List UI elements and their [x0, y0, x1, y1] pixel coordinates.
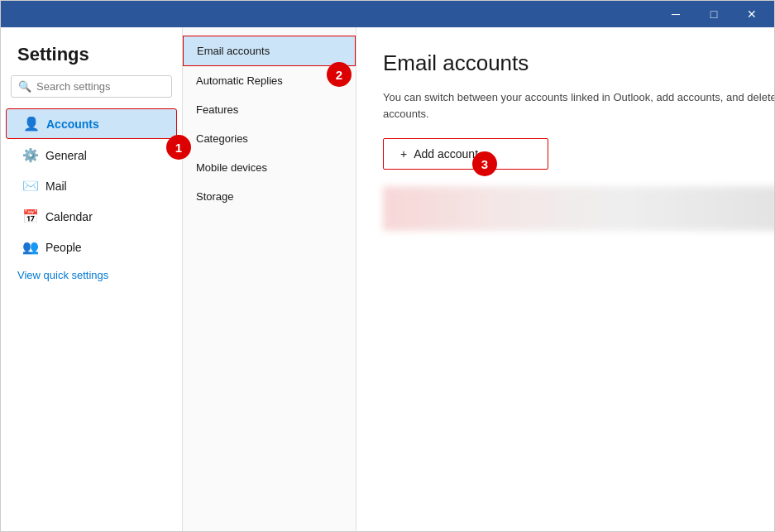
accounts-icon: 👤 [23, 116, 38, 132]
mobile-devices-label: Mobile devices [196, 161, 267, 174]
automatic-replies-label: Automatic Replies [196, 74, 283, 87]
calendar-icon: 📅 [22, 208, 37, 224]
minimize-button[interactable]: ─ [657, 1, 695, 27]
middle-item-mobile-devices[interactable]: Mobile devices [183, 153, 356, 182]
annotation-badge-3: 3 [472, 151, 497, 176]
right-panel-description: You can switch between your accounts lin… [383, 89, 774, 122]
email-accounts-label: Email accounts [197, 45, 270, 57]
middle-item-email-accounts[interactable]: Email accounts [183, 36, 356, 66]
maximize-button[interactable]: □ [695, 1, 733, 27]
add-account-plus-icon: + [400, 147, 407, 161]
categories-label: Categories [196, 132, 248, 145]
search-icon: 🔍 [18, 80, 31, 93]
people-label: People [45, 241, 82, 254]
calendar-label: Calendar [45, 210, 93, 223]
window-controls: ─ □ ✕ [657, 1, 771, 27]
search-input[interactable] [36, 80, 165, 93]
mail-icon: ✉️ [22, 178, 37, 194]
settings-window: ─ □ ✕ Settings 🔍 👤 Accounts ⚙️ Gen [0, 0, 775, 532]
view-quick-settings-link[interactable]: View quick settings [1, 264, 182, 286]
storage-label: Storage [196, 190, 234, 203]
accounts-label: Accounts [46, 117, 99, 131]
sidebar-item-people[interactable]: 👥 People [6, 232, 177, 261]
quick-settings-label: View quick settings [17, 269, 108, 281]
people-icon: 👥 [22, 239, 37, 255]
sidebar-title: Settings [1, 36, 182, 75]
features-label: Features [196, 103, 238, 116]
right-panel-title: Email accounts [383, 50, 774, 76]
close-button[interactable]: ✕ [733, 1, 771, 27]
general-label: General [45, 149, 87, 162]
add-account-label: Add account [414, 147, 478, 161]
sidebar-item-accounts[interactable]: 👤 Accounts [6, 108, 177, 139]
general-icon: ⚙️ [22, 147, 37, 163]
content-area: Settings 🔍 👤 Accounts ⚙️ General ✉️ Mail [1, 27, 774, 531]
middle-item-features[interactable]: Features [183, 95, 356, 124]
add-account-button[interactable]: + Add account [383, 138, 548, 170]
mail-label: Mail [45, 180, 67, 193]
search-box[interactable]: 🔍 [11, 75, 172, 98]
layout-wrapper: Settings 🔍 👤 Accounts ⚙️ General ✉️ Mail [1, 27, 774, 531]
sidebar-item-general[interactable]: ⚙️ General [6, 141, 177, 170]
account-item-blurred [383, 186, 774, 231]
sidebar-item-mail[interactable]: ✉️ Mail [6, 171, 177, 200]
annotation-badge-1: 1 [166, 135, 191, 160]
middle-item-storage[interactable]: Storage [183, 182, 356, 211]
annotation-badge-2: 2 [327, 62, 352, 87]
sidebar: Settings 🔍 👤 Accounts ⚙️ General ✉️ Mail [1, 27, 183, 531]
middle-panel: Email accounts Automatic Replies Feature… [183, 27, 356, 531]
right-panel: Email accounts You can switch between yo… [356, 27, 774, 531]
middle-item-categories[interactable]: Categories [183, 124, 356, 153]
title-bar: ─ □ ✕ [1, 1, 774, 27]
sidebar-item-calendar[interactable]: 📅 Calendar [6, 202, 177, 231]
